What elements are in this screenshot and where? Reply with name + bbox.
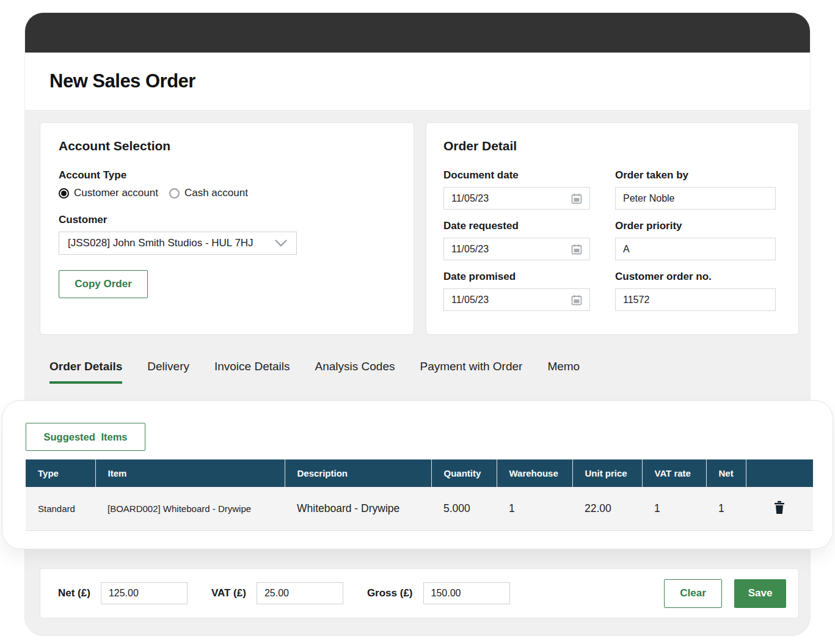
date-requested-label: Date requested (443, 220, 590, 232)
order-detail-card: Order Detail Document date 11/05/23 Orde… (426, 122, 799, 335)
totals-bar: Net (£) VAT (£) Gross (£) Clear Save (40, 568, 799, 618)
col-actions (746, 459, 813, 487)
customer-select[interactable]: [JSS028] John Smith Studios - HUL 7HJ (59, 232, 297, 255)
radio-selected-icon (59, 188, 69, 199)
cell-item: [BOARD002] Whiteboard - Drywipe (95, 487, 285, 530)
tab-invoice-details[interactable]: Invoice Details (214, 360, 290, 384)
cell-vat-rate: 1 (642, 487, 706, 530)
copy-order-button[interactable]: Copy Order (59, 270, 148, 298)
customer-order-no-value[interactable] (623, 295, 768, 306)
tab-payment-with-order[interactable]: Payment with Order (420, 360, 522, 384)
calendar-icon[interactable] (571, 193, 582, 204)
table-header-row: Type Item Description Quantity Warehouse… (26, 459, 813, 487)
tab-memo[interactable]: Memo (547, 360, 580, 384)
order-taken-by-value[interactable] (623, 193, 768, 204)
date-promised-value: 11/05/23 (451, 295, 489, 306)
radio-unselected-icon (169, 188, 180, 199)
account-selection-card: Account Selection Account Type Customer … (40, 122, 414, 335)
date-promised-field-group: Date promised 11/05/23 (443, 271, 590, 311)
document-date-input[interactable]: 11/05/23 (443, 187, 590, 210)
cell-type: Standard (26, 487, 95, 530)
order-detail-title: Order Detail (443, 139, 781, 153)
col-type: Type (26, 459, 95, 487)
order-taken-by-label: Order taken by (615, 169, 776, 181)
trash-icon (773, 500, 786, 515)
order-priority-field-group: Order priority (615, 220, 776, 260)
page-header: New Sales Order (25, 53, 810, 111)
document-date-value: 11/05/23 (451, 193, 489, 204)
col-description: Description (285, 459, 431, 487)
clear-button[interactable]: Clear (664, 579, 722, 608)
date-promised-label: Date promised (443, 271, 590, 283)
customer-order-no-field-group: Customer order no. (615, 271, 776, 311)
tab-order-details[interactable]: Order Details (49, 360, 122, 384)
date-promised-input[interactable]: 11/05/23 (443, 288, 590, 311)
gross-total-input[interactable] (423, 582, 510, 604)
gross-total-label: Gross (£) (367, 587, 413, 599)
customer-account-radio[interactable]: Customer account (59, 187, 158, 199)
document-date-field-group: Document date 11/05/23 (443, 169, 590, 210)
save-button[interactable]: Save (734, 579, 786, 608)
order-priority-label: Order priority (615, 220, 776, 232)
cash-account-radio[interactable]: Cash account (169, 187, 248, 199)
order-priority-input[interactable] (615, 238, 776, 260)
vat-total-input[interactable] (257, 582, 343, 604)
net-total-input[interactable] (101, 582, 188, 604)
customer-select-value: [JSS028] John Smith Studios - HUL 7HJ (68, 237, 253, 249)
order-priority-value[interactable] (623, 244, 768, 255)
cell-quantity: 5.000 (431, 487, 497, 530)
col-item: Item (95, 459, 285, 487)
account-type-label: Account Type (59, 169, 395, 181)
page-title: New Sales Order (49, 70, 195, 92)
col-unit-price: Unit price (572, 459, 642, 487)
calendar-icon[interactable] (571, 295, 582, 306)
order-items-panel: Suggested Items Type Item Description Qu… (2, 400, 833, 549)
chevron-down-icon (274, 239, 288, 247)
net-total-label: Net (£) (58, 587, 90, 599)
table-row: Standard [BOARD002] Whiteboard - Drywipe… (26, 487, 813, 530)
cell-net: 1 (706, 487, 746, 530)
order-taken-by-input[interactable] (615, 187, 776, 210)
suggested-items-button[interactable]: Suggested Items (26, 423, 145, 451)
customer-label: Customer (59, 214, 395, 226)
window-titlebar (25, 13, 810, 53)
cash-account-radio-label: Cash account (184, 187, 248, 199)
order-taken-by-field-group: Order taken by (615, 169, 776, 210)
cell-unit-price: 22.00 (572, 487, 642, 530)
date-requested-input[interactable]: 11/05/23 (443, 238, 590, 260)
calendar-icon[interactable] (571, 244, 582, 255)
delete-row-button[interactable] (773, 500, 786, 515)
col-warehouse: Warehouse (497, 459, 572, 487)
customer-account-radio-label: Customer account (74, 187, 158, 199)
vat-total-label: VAT (£) (211, 587, 246, 599)
cell-warehouse: 1 (497, 487, 572, 530)
account-selection-title: Account Selection (59, 139, 395, 153)
order-tabs: Order Details Delivery Invoice Details A… (49, 360, 580, 384)
account-type-radio-group: Customer account Cash account (59, 187, 395, 199)
date-requested-field-group: Date requested 11/05/23 (443, 220, 590, 260)
cell-description: Whiteboard - Drywipe (285, 487, 431, 530)
customer-order-no-input[interactable] (615, 288, 776, 311)
tab-analysis-codes[interactable]: Analysis Codes (315, 360, 395, 384)
tab-delivery[interactable]: Delivery (147, 360, 189, 384)
document-date-label: Document date (443, 169, 590, 181)
order-items-table: Type Item Description Quantity Warehouse… (26, 459, 813, 531)
customer-order-no-label: Customer order no. (615, 271, 776, 283)
col-net: Net (706, 459, 746, 487)
col-quantity: Quantity (431, 459, 497, 487)
date-requested-value: 11/05/23 (451, 244, 489, 255)
col-vat-rate: VAT rate (642, 459, 706, 487)
